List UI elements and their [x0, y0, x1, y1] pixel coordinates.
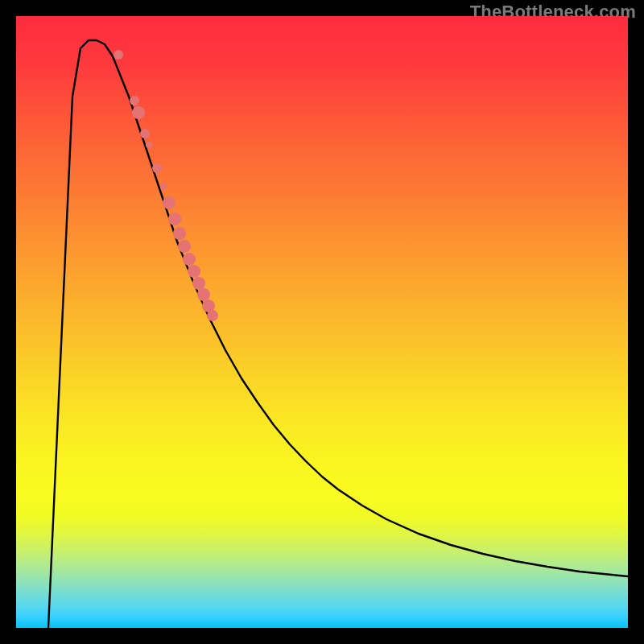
data-point-marker — [132, 106, 145, 119]
data-point-marker — [178, 240, 191, 253]
data-point-marker — [163, 196, 175, 209]
data-point-marker — [188, 265, 200, 278]
data-point-marker — [140, 129, 150, 138]
data-point-marker — [173, 227, 186, 240]
data-point-marker — [160, 184, 167, 190]
curve-svg — [16, 16, 628, 628]
data-point-marker — [130, 96, 139, 105]
chart-frame: TheBottleneck.com — [0, 0, 644, 644]
plot-area — [16, 16, 628, 628]
bottleneck-curve — [48, 40, 628, 628]
data-point-marker — [152, 163, 162, 173]
data-point-marker — [146, 142, 152, 148]
data-point-marker — [207, 310, 218, 321]
data-point-marker — [114, 50, 123, 60]
data-point-marker — [183, 253, 196, 266]
data-point-marker — [168, 213, 181, 225]
